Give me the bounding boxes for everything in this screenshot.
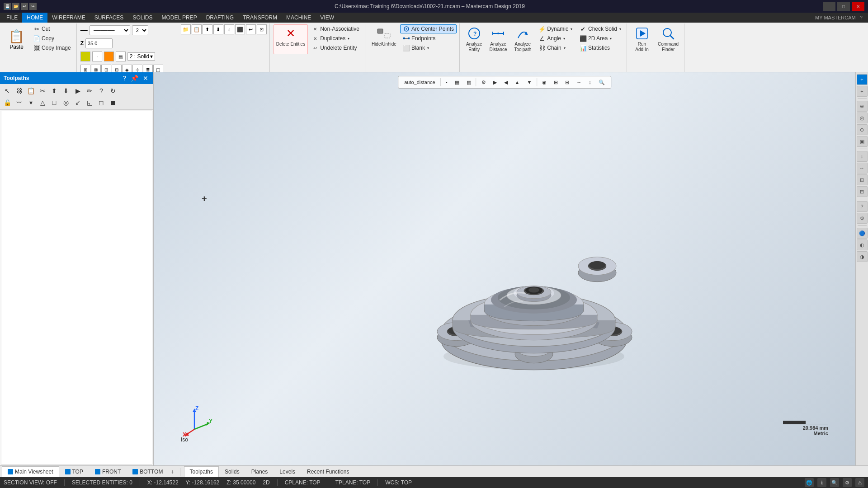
tp-btn-fill[interactable]: ◼	[108, 97, 118, 108]
tp-btn-drop[interactable]: ▾	[25, 97, 36, 108]
minimize-button[interactable]: –	[823, 2, 835, 11]
vt-dot-btn[interactable]: •	[443, 77, 451, 87]
vt-target-btn[interactable]: ◉	[539, 77, 550, 87]
menu-home[interactable]: HOME	[22, 13, 47, 23]
statistics-button[interactable]: 📊 Statistics	[577, 43, 624, 52]
tp-btn-tri[interactable]: △	[37, 97, 48, 108]
rp-vfit-btn[interactable]: ↕	[857, 151, 868, 162]
vt-play-btn[interactable]: ▶	[490, 77, 500, 87]
tp-btn-select[interactable]: ↖	[2, 85, 13, 96]
menu-wireframe[interactable]: WIREFRAME	[47, 13, 90, 23]
tp-btn-rect[interactable]: □	[49, 97, 60, 108]
tab-toolpaths[interactable]: Toolpaths	[184, 466, 219, 477]
rp-hfit-btn[interactable]: ↔	[857, 163, 868, 174]
tab-solids[interactable]: Solids	[219, 466, 245, 477]
paste-button[interactable]: 📋 Paste	[5, 24, 28, 54]
menu-view[interactable]: VIEW	[316, 13, 339, 23]
app-icon-redo[interactable]: ↪	[29, 3, 37, 10]
tp-btn-regen[interactable]: ↻	[108, 85, 118, 96]
menu-machine[interactable]: MACHINE	[282, 13, 316, 23]
chain-button[interactable]: ⛓ Chain ▾	[536, 43, 575, 52]
line-width-select[interactable]: 2D	[132, 25, 148, 35]
rp-settings-btn[interactable]: ⚙	[857, 213, 868, 224]
non-assoc-button[interactable]: ✕ Non-Associative	[309, 24, 362, 33]
tp-btn-region[interactable]: ◱	[84, 97, 95, 108]
rp-add-btn[interactable]: +	[857, 74, 868, 85]
tab-recent-functions[interactable]: Recent Functions	[301, 466, 355, 477]
analyze-distance-button[interactable]: AnalyzeDistance	[487, 24, 510, 54]
organize-btn-2[interactable]: 📋	[192, 24, 202, 34]
vt-grid-btn[interactable]: ▦	[452, 77, 462, 87]
menu-solids[interactable]: SOLIDS	[128, 13, 157, 23]
color-palette-btn[interactable]	[104, 52, 114, 61]
color-swatch[interactable]	[80, 52, 90, 61]
tab-levels[interactable]: Levels	[274, 466, 301, 477]
sb-settings-btn[interactable]: ⚙	[843, 478, 852, 487]
vt-hfit-btn[interactable]: ↔	[573, 77, 585, 87]
2d-area-button[interactable]: ⬛ 2D Area ▾	[577, 34, 624, 43]
tp-btn-wave[interactable]: 〰	[14, 97, 24, 108]
viewport[interactable]: auto_distance • ▦ ▨ ⚙ ▶ ◀ ▲ ▼ ◉ ⊞ ⊟ ↔ ↕ …	[154, 72, 855, 465]
organize-btn-6[interactable]: ⬛	[235, 24, 245, 34]
sb-info-btn[interactable]: ℹ	[817, 478, 826, 487]
delete-entities-button[interactable]: ✕ Delete Entities	[274, 24, 308, 54]
vt-up-btn[interactable]: ▲	[512, 77, 523, 87]
cut-button[interactable]: ✂ Cut	[30, 24, 74, 33]
undelete-button[interactable]: ↩ Undelete Entity	[309, 43, 362, 52]
tp-btn-circ[interactable]: ◎	[61, 97, 71, 108]
run-addin-button[interactable]: RunAdd-In	[631, 24, 653, 54]
hide-unhide-button[interactable]: Hide/Unhide	[369, 24, 399, 54]
copy-image-button[interactable]: 🖼 Copy Image	[30, 43, 74, 52]
sb-zoom-btn[interactable]: 🔍	[830, 478, 839, 487]
menu-file[interactable]: FILE	[2, 13, 22, 23]
tab-bottom[interactable]: BOTTOM	[127, 466, 169, 477]
command-finder-button[interactable]: CommandFinder	[655, 24, 681, 54]
analyze-toolpath-button[interactable]: AnalyzeToolpath	[511, 24, 534, 54]
z-value-input[interactable]: 35.0	[85, 38, 113, 48]
toolpaths-close-btn[interactable]: ✕	[142, 75, 150, 82]
organize-btn-1[interactable]: 📁	[181, 24, 191, 34]
vt-hatch-btn[interactable]: ▨	[463, 77, 474, 87]
app-icon-undo[interactable]: ↩	[21, 3, 28, 10]
app-icon-open[interactable]: 📂	[12, 3, 19, 10]
vt-back-btn[interactable]: ◀	[501, 77, 511, 87]
close-button[interactable]: ✕	[852, 2, 864, 11]
attr-style-btn[interactable]: —	[80, 26, 88, 34]
vt-gear-btn[interactable]: ⚙	[478, 77, 489, 87]
organize-btn-8[interactable]: ⊡	[257, 24, 267, 34]
organize-btn-4[interactable]: ⬇	[213, 24, 223, 34]
rp-orbit-btn[interactable]: ◎	[857, 113, 868, 123]
rp-help-btn[interactable]: ?	[857, 201, 868, 212]
organize-btn-3[interactable]: ⬆	[203, 24, 212, 34]
vt-auto-btn[interactable]: auto_distance	[401, 77, 439, 87]
rp-zoom-btn[interactable]: +	[857, 86, 868, 97]
tp-btn-edit[interactable]: ✏	[84, 85, 95, 96]
vt-zoomout-btn[interactable]: ⊟	[562, 77, 572, 87]
menu-transform[interactable]: TRANSFORM	[238, 13, 282, 23]
toolpaths-pin-btn[interactable]: 📌	[129, 75, 140, 82]
blank-button[interactable]: ⬜ Blank ▾	[400, 43, 457, 52]
check-solid-button[interactable]: ✔ Check Solid ▾	[577, 24, 624, 33]
app-icon-save[interactable]: 💾	[4, 3, 11, 10]
line-style-select[interactable]: ──────	[90, 25, 130, 35]
rp-shade-btn[interactable]: 🔵	[857, 228, 868, 239]
hatch-btn[interactable]: ▤	[116, 52, 126, 61]
rp-minus-btn[interactable]: ⊟	[857, 186, 868, 197]
organize-btn-7[interactable]: ↩	[246, 24, 256, 34]
tp-btn-sim[interactable]: ▶	[72, 85, 83, 96]
rp-half-btn[interactable]: ◐	[857, 239, 868, 250]
tp-btn-chain[interactable]: ⛓	[14, 85, 24, 96]
analyze-entity-button[interactable]: ? AnalyzeEntity	[463, 24, 485, 54]
tab-planes[interactable]: Planes	[245, 466, 274, 477]
tp-btn-down[interactable]: ⬇	[61, 85, 71, 96]
rp-pan-btn[interactable]: ⊙	[857, 124, 868, 135]
rp-wire-btn[interactable]: ◑	[857, 251, 868, 262]
menu-drafting[interactable]: DRAFTING	[202, 13, 238, 23]
tp-btn-new[interactable]: 📋	[25, 85, 36, 96]
vt-down-btn[interactable]: ▼	[524, 77, 535, 87]
tp-btn-lock[interactable]: 🔒	[2, 97, 13, 108]
vt-zoomin-btn[interactable]: ⊞	[551, 77, 561, 87]
tp-btn-solid[interactable]: ◻	[96, 97, 107, 108]
maximize-button[interactable]: □	[837, 2, 850, 11]
rp-grid-btn[interactable]: ⊞	[857, 174, 868, 185]
